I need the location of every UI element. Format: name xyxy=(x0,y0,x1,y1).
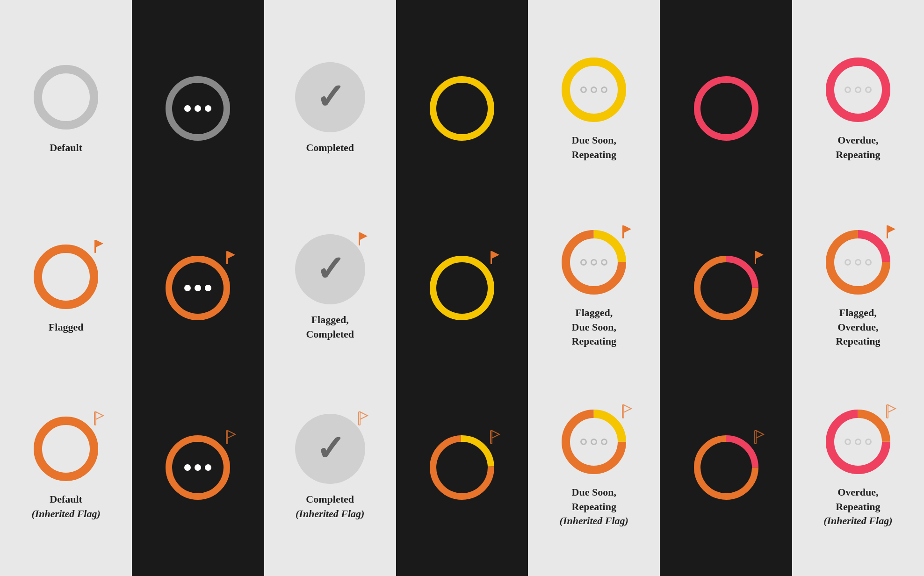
svg-marker-19 xyxy=(360,232,368,240)
label-overdue-repeating: Overdue,Repeating xyxy=(836,133,880,162)
svg-marker-49 xyxy=(756,431,764,438)
inherited-flag-icon xyxy=(87,410,105,428)
dots-dark-flagged xyxy=(184,285,211,291)
inner-dark-yellow-partial xyxy=(436,442,488,493)
dots-due-soon xyxy=(580,86,607,93)
icon-dark-yellow-flagged xyxy=(427,253,497,323)
cell-flagged: Flagged xyxy=(9,198,123,378)
cell-dark-pink-full xyxy=(669,19,782,198)
label-completed-inherited: Completed(Inherited Flag) xyxy=(296,492,364,521)
svg-rect-18 xyxy=(359,232,360,245)
icon-due-soon-repeating xyxy=(559,55,629,125)
dot-1 xyxy=(184,105,191,112)
label-due-soon-repeating: Due Soon,Repeating xyxy=(572,133,616,162)
dot-3 xyxy=(865,259,872,266)
cell-overdue-repeating: Overdue,Repeating xyxy=(801,19,915,198)
col-7-light: Overdue,Repeating Flagged,Overdue xyxy=(792,0,924,576)
label-default: Default xyxy=(50,141,82,155)
dot-2 xyxy=(855,259,861,266)
cell-dark-yellow-partial-inherited xyxy=(405,378,519,557)
svg-marker-3 xyxy=(96,240,103,247)
svg-text:✓: ✓ xyxy=(315,429,345,468)
dots-dark-inherited xyxy=(184,464,211,471)
flag-icon-due-soon xyxy=(615,223,633,241)
dot-3 xyxy=(865,439,872,445)
dot-1 xyxy=(845,259,851,266)
svg-marker-54 xyxy=(888,225,895,233)
cell-dark-pink-inherited xyxy=(669,378,782,557)
icon-flagged-due-soon-repeating xyxy=(559,227,629,297)
cell-completed: ✓ Completed xyxy=(274,19,387,198)
icon-overdue-inherited xyxy=(823,407,893,477)
cell-dark-yellow-flagged xyxy=(405,198,519,378)
icon-completed: ✓ xyxy=(295,62,365,132)
col-2-dark xyxy=(132,0,264,576)
icon-completed-inherited: ✓ xyxy=(295,414,365,484)
icon-flagged xyxy=(31,242,101,312)
dot-2 xyxy=(195,285,201,291)
inner-dots-dark-flagged xyxy=(172,262,224,314)
svg-marker-27 xyxy=(492,251,499,259)
svg-rect-35 xyxy=(622,225,624,238)
cell-dark-orange-pink-flagged xyxy=(669,198,782,378)
cell-default: Default xyxy=(9,19,123,198)
dot-1 xyxy=(184,464,191,471)
dot-2 xyxy=(591,86,597,93)
svg-rect-44 xyxy=(755,251,756,264)
flag-icon-completed xyxy=(351,230,369,248)
cell-dark-inherited xyxy=(141,378,254,557)
inherited-flag-overdue xyxy=(879,403,897,421)
cell-flagged-completed: ✓ Flagged,Completed xyxy=(274,198,387,378)
cell-dark-default xyxy=(141,19,254,198)
label-overdue-inherited: Overdue,Repeating(Inherited Flag) xyxy=(823,485,892,528)
cell-overdue-inherited: Overdue,Repeating(Inherited Flag) xyxy=(801,378,915,557)
inner-dark-pink-inherited xyxy=(700,442,752,493)
inner-dots-default xyxy=(172,83,224,134)
cell-dark-flagged xyxy=(141,198,254,378)
dots-default xyxy=(184,105,211,112)
label-completed: Completed xyxy=(306,141,354,155)
svg-text:✓: ✓ xyxy=(315,78,345,116)
dot-3 xyxy=(865,86,872,93)
svg-rect-53 xyxy=(887,225,888,238)
flag-icon-dark-yellow xyxy=(483,249,501,267)
icon-dark-flagged xyxy=(163,253,233,323)
dot-2 xyxy=(195,464,201,471)
svg-marker-58 xyxy=(888,405,895,412)
flag-icon-overdue xyxy=(879,223,897,241)
cell-flagged-overdue-repeating: Flagged,Overdue,Repeating xyxy=(801,198,915,378)
icon-default xyxy=(31,62,101,132)
icon-dark-inherited xyxy=(163,432,233,503)
inner-dots-dark-inherited xyxy=(172,442,224,493)
inherited-flag-dark-yellow xyxy=(483,429,501,446)
icon-dark-yellow-full xyxy=(427,73,497,144)
svg-marker-13 xyxy=(228,431,235,438)
inner-dark-yellow xyxy=(436,83,488,134)
col-3-light: ✓ Completed ✓ Flagged,Completed xyxy=(264,0,396,576)
icon-dark-default xyxy=(163,73,233,144)
main-grid: Default Flagged xyxy=(0,0,924,576)
dot-3 xyxy=(205,285,211,291)
dots-overdue-inherited xyxy=(845,439,872,445)
label-due-soon-inherited: Due Soon,Repeating(Inherited Flag) xyxy=(560,485,628,528)
inherited-flag-completed xyxy=(351,410,369,428)
inner-dark-orange-pink xyxy=(700,262,752,314)
svg-marker-10 xyxy=(228,251,235,259)
label-flagged-overdue: Flagged,Overdue,Repeating xyxy=(836,306,880,349)
icon-dark-pink-inherited xyxy=(691,432,761,503)
cell-default-inherited: Default(Inherited Flag) xyxy=(9,378,123,557)
dot-2 xyxy=(195,105,201,112)
icon-overdue-repeating xyxy=(823,55,893,125)
svg-text:✓: ✓ xyxy=(315,250,345,288)
flag-icon-dark-pink xyxy=(747,249,765,267)
inner-dark-yellow-flagged xyxy=(436,262,488,314)
dot-1 xyxy=(580,439,587,445)
svg-point-1 xyxy=(38,249,94,305)
cell-dark-yellow-full xyxy=(405,19,519,198)
dot-3 xyxy=(601,439,607,445)
svg-marker-40 xyxy=(624,405,631,412)
col-1-light: Default Flagged xyxy=(0,0,132,576)
icon-flagged-overdue-repeating xyxy=(823,227,893,297)
inherited-flag-due-soon xyxy=(615,403,633,421)
label-default-inherited: Default(Inherited Flag) xyxy=(31,492,100,521)
